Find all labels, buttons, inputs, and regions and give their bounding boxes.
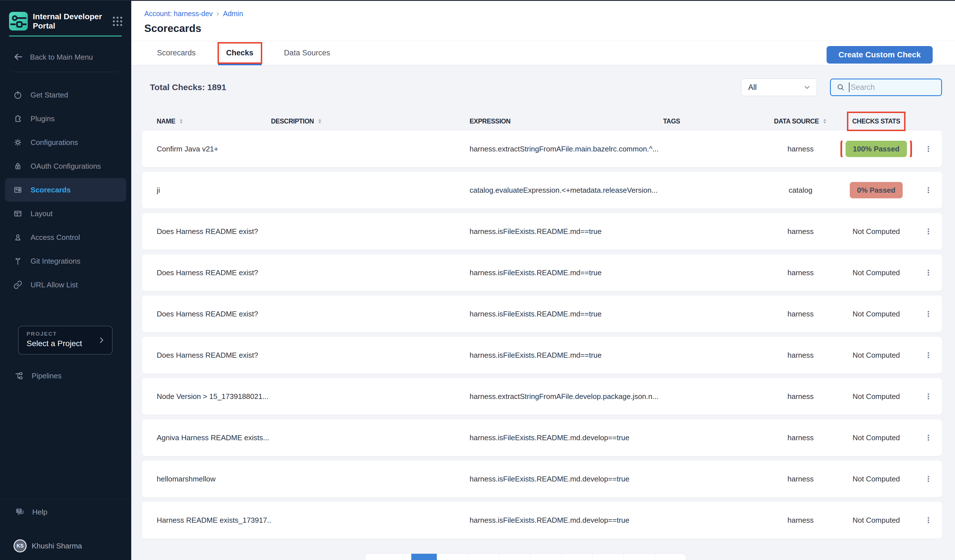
sidebar-item-label: Scorecards [31, 186, 71, 194]
search-input[interactable] [851, 83, 936, 92]
check-expression: harness.extractStringFromAFile.develop.p… [470, 392, 663, 401]
pagination-page-cell[interactable] [468, 554, 499, 560]
check-stats: Not Computed [837, 310, 915, 318]
check-stats: Not Computed [837, 392, 915, 401]
row-menu-button[interactable] [920, 179, 937, 201]
sidebar-divider [0, 499, 131, 499]
sidebar-item-git-integrations[interactable]: Git Integrations [0, 249, 131, 273]
sidebar-item-scorecards[interactable]: Scorecards [5, 178, 126, 202]
check-data-source: harness [764, 268, 837, 277]
column-header-name[interactable]: NAME [157, 117, 271, 126]
sort-icon [318, 118, 322, 124]
window-top-edge [0, 0, 955, 1]
pagination-prev-cell[interactable] [365, 554, 411, 560]
check-expression: harness.isFileExists.README.md.develop==… [470, 516, 663, 525]
kebab-icon [925, 471, 932, 486]
check-name: ji [157, 186, 271, 195]
sidebar-item-configurations[interactable]: Configurations [0, 131, 131, 154]
project-selector[interactable]: PROJECT Select a Project [18, 326, 113, 355]
tab-scorecards[interactable]: Scorecards [150, 44, 203, 62]
apps-grid-icon[interactable] [113, 17, 122, 26]
toolbar: Total Checks: 1891 All [142, 65, 942, 96]
tab-checks[interactable]: Checks [219, 44, 261, 62]
table-row: Agniva Harness README exists...harness.i… [142, 419, 942, 456]
sidebar-item-url-allow-list[interactable]: URL Allow List [0, 273, 131, 297]
sidebar-item-layout[interactable]: Layout [0, 202, 131, 225]
check-data-source: harness [764, 392, 837, 401]
pagination-page-cell[interactable] [561, 554, 592, 560]
row-menu-button[interactable] [920, 509, 937, 532]
pagination-page-cell[interactable] [592, 554, 623, 560]
stats-badge: 0% Passed [850, 182, 903, 198]
column-header-checks-stats: CHECKS STATS [837, 117, 915, 126]
kebab-icon [925, 265, 932, 280]
stats-not-computed: Not Computed [853, 268, 900, 277]
table-header: NAMEDESCRIPTIONEXPRESSIONTAGSDATA SOURCE… [142, 112, 942, 131]
check-stats: Not Computed [837, 434, 915, 442]
chevron-down-icon [803, 83, 811, 91]
back-to-main-menu[interactable]: Back to Main Menu [9, 42, 122, 72]
sidebar-item-pipelines-row[interactable]: Pipelines [0, 364, 131, 388]
breadcrumb: Account: harness-dev › Admin [144, 9, 955, 18]
pagination-active-page[interactable] [411, 554, 437, 560]
sort-icon [822, 118, 827, 124]
pagination[interactable] [365, 554, 686, 560]
sidebar-item-access-control[interactable]: Access Control [0, 225, 131, 249]
page-title: Scorecards [144, 23, 955, 34]
check-data-source: harness [764, 434, 837, 442]
table-row: Does Harness README exist?harness.isFile… [142, 296, 942, 332]
check-expression: harness.isFileExists.README.md==true [470, 351, 663, 360]
sidebar-item-plugins[interactable]: Plugins [0, 107, 131, 131]
check-data-source: harness [764, 310, 837, 318]
sidebar-item-label: Access Control [31, 233, 80, 242]
table-row: Does Harness README exist?harness.isFile… [142, 213, 942, 250]
main-area: Account: harness-dev › Admin Scorecards … [131, 1, 955, 560]
pagination-page-cell[interactable] [499, 554, 530, 560]
user-name: Khushi Sharma [32, 541, 82, 551]
pagination-page-cell[interactable] [437, 554, 468, 560]
help-label: Help [32, 508, 47, 516]
pagination-page-cell[interactable] [530, 554, 561, 560]
sidebar-item-oauth-configurations[interactable]: OAuth Configurations [0, 154, 131, 178]
table-row: Node Version > 15_1739188021...harness.e… [142, 378, 942, 415]
check-name: Does Harness README exist? [157, 351, 271, 360]
breadcrumb-admin-link[interactable]: Admin [223, 9, 243, 18]
row-menu-button[interactable] [920, 261, 937, 284]
column-header-expression: EXPRESSION [470, 117, 663, 126]
row-menu-button[interactable] [920, 426, 937, 449]
gear-icon [13, 137, 23, 147]
create-custom-check-button[interactable]: Create Custom Check [827, 46, 933, 64]
help-button[interactable]: ? Help [0, 501, 131, 523]
check-stats: 0% Passed [837, 182, 915, 198]
check-stats: 100% Passed [837, 141, 915, 157]
check-name: Harness README exists_173917... [157, 516, 271, 525]
check-data-source: harness [764, 351, 837, 360]
sidebar-item-label: Git Integrations [31, 257, 80, 265]
filter-dropdown[interactable]: All [741, 78, 817, 96]
user-menu[interactable]: KS Khushi Sharma [0, 533, 131, 558]
column-header-description[interactable]: DESCRIPTION [271, 117, 470, 126]
column-header-data-source[interactable]: DATA SOURCE [764, 117, 837, 126]
table-row: Harness README exists_173917...harness.i… [142, 502, 942, 538]
column-label: DATA SOURCE [774, 117, 819, 126]
pagination-page-cell[interactable] [654, 554, 686, 560]
sidebar-item-get-started[interactable]: Get Started [0, 83, 131, 107]
row-menu-button[interactable] [920, 303, 937, 325]
sidebar-item-pipelines[interactable]: Pipelines [0, 364, 131, 388]
pagination-page-cell[interactable] [623, 554, 654, 560]
tab-data-sources[interactable]: Data Sources [277, 44, 338, 62]
row-menu-button[interactable] [920, 137, 937, 160]
kebab-icon [925, 348, 932, 362]
kebab-icon [925, 307, 932, 321]
power-icon [13, 90, 23, 100]
plugin-icon [13, 114, 23, 123]
row-menu-button[interactable] [920, 385, 937, 408]
row-menu-button[interactable] [920, 220, 937, 243]
breadcrumb-account-link[interactable]: Account: harness-dev [144, 9, 213, 18]
row-menu-button[interactable] [920, 344, 937, 367]
row-menu-button[interactable] [920, 468, 937, 490]
breadcrumb-separator: › [217, 9, 219, 18]
table-row: Does Harness README exist?harness.isFile… [142, 337, 942, 373]
git-icon [13, 256, 23, 266]
stats-not-computed: Not Computed [853, 516, 900, 525]
